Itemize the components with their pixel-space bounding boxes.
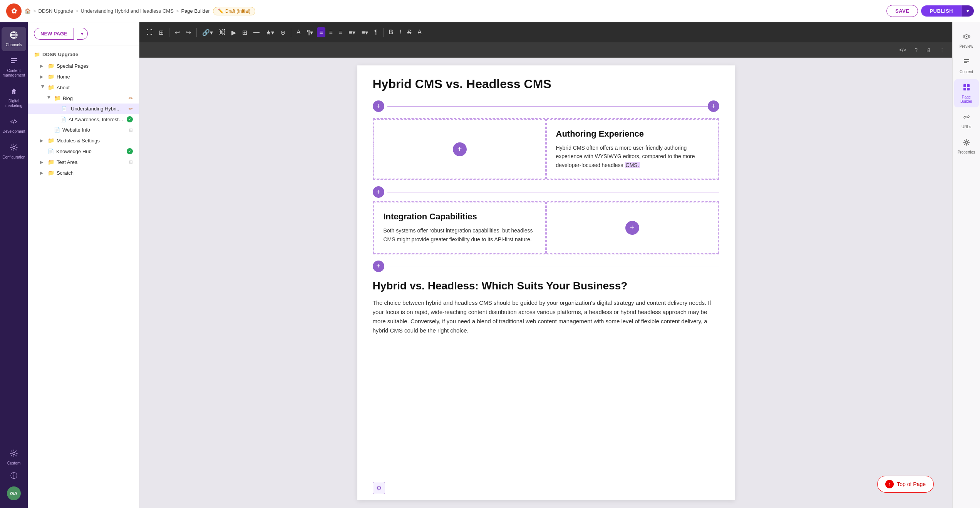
page-icon: 📄 — [54, 127, 60, 133]
plus-button[interactable]: ⊕ — [278, 27, 288, 38]
breadcrumb-builder[interactable]: Page Builder — [181, 8, 209, 14]
new-page-button[interactable]: NEW PAGE — [34, 28, 74, 40]
pencil-icon: ✏️ — [218, 8, 224, 14]
table-button[interactable]: ⊞ — [240, 27, 250, 38]
chevron-right-icon: ▶ — [40, 170, 45, 175]
nav-root-item: 📁 DDSN Upgrade — [28, 48, 139, 60]
nav-item-special-pages[interactable]: ▶ 📁 Special Pages — [28, 60, 139, 71]
nav-item-scratch[interactable]: ▶ 📁 Scratch — [28, 167, 139, 178]
channels-icon — [10, 31, 18, 41]
link-button[interactable]: 🔗▾ — [200, 27, 215, 38]
align-center-button[interactable]: ≡ — [327, 27, 335, 37]
add-row-button-right-1[interactable]: + — [708, 100, 719, 112]
ordered-list-button[interactable]: ≡▾ — [346, 27, 357, 38]
authoring-heading: Authoring Experience — [556, 129, 709, 139]
right-sidebar-properties[interactable]: Properties — [954, 134, 979, 158]
right-sidebar-preview[interactable]: Preview — [954, 28, 979, 52]
top-bar-left: ✿ 🏠 > DDSN Upgrade > Understanding Hybri… — [6, 3, 255, 19]
sidebar-item-channels[interactable]: Channels — [2, 27, 26, 51]
nav-item-website-info[interactable]: ▶ 📄 Website Info ⊞ — [28, 125, 139, 135]
toolbar-separator — [383, 28, 384, 37]
svg-rect-13 — [964, 62, 967, 63]
italic-button[interactable]: I — [397, 27, 403, 37]
fullscreen-button[interactable]: ⛶ — [144, 27, 155, 37]
new-page-bar: NEW PAGE ▾ — [28, 22, 139, 45]
align-left-button[interactable]: ≡ — [317, 27, 325, 37]
about-label: About — [57, 85, 133, 90]
publish-caret-button[interactable]: ▾ — [962, 5, 974, 17]
draft-badge[interactable]: ✏️ Draft (Initial) — [213, 7, 255, 15]
editor-canvas: Hybrid CMS vs. Headless CMS + + + Author… — [139, 58, 952, 508]
nav-item-test-area[interactable]: ▶ 📁 Test Area ⊞ — [28, 157, 139, 167]
nav-item-understanding-hybrid[interactable]: ▶ 📄 Understanding Hybri... ✏ — [28, 104, 139, 114]
nav-item-home[interactable]: ▶ 📁 Home — [28, 71, 139, 82]
development-label: Development — [3, 129, 25, 134]
undo-button[interactable]: ↩ — [173, 27, 182, 38]
draft-label: Draft (Initial) — [225, 8, 250, 14]
nav-item-modules-settings[interactable]: ▶ 📁 Modules & Settings — [28, 135, 139, 146]
bold-button[interactable]: B — [387, 27, 396, 37]
toolbar-separator — [169, 28, 169, 37]
paragraph-button[interactable]: ¶▾ — [305, 27, 316, 38]
sidebar-item-custom[interactable]: Custom — [2, 445, 26, 470]
breadcrumb-page[interactable]: Understanding Hybrid and Headless CMS — [81, 8, 174, 14]
right-sidebar-page-builder[interactable]: Page Builder — [954, 79, 979, 107]
save-button[interactable]: SAVE — [886, 5, 918, 17]
text-size-button[interactable]: A — [294, 27, 303, 37]
code-button[interactable]: </> — [896, 46, 910, 54]
root-folder-icon: 📁 — [34, 52, 40, 57]
page-icon: 📄 — [60, 117, 66, 122]
image-button[interactable]: 🖼 — [217, 27, 228, 37]
add-row-button-1[interactable]: + — [373, 100, 384, 112]
more-button[interactable]: ⋮ — [936, 46, 948, 54]
understanding-hybrid-label: Understanding Hybri... — [71, 106, 126, 112]
nav-tree: 📁 DDSN Upgrade ▶ 📁 Special Pages ▶ 📁 Hom… — [28, 45, 139, 508]
star-button[interactable]: ★▾ — [263, 27, 276, 38]
new-page-caret[interactable]: ▾ — [77, 28, 88, 40]
strikethrough-button[interactable]: S — [405, 27, 414, 37]
nav-item-about[interactable]: ▶ 📁 About — [28, 82, 139, 93]
divider-button[interactable]: — — [251, 27, 262, 37]
top-of-page-button[interactable]: ↑ Top of Page — [877, 476, 934, 493]
user-avatar[interactable]: GA — [7, 486, 21, 500]
settings-button[interactable]: ⚙ — [373, 482, 385, 494]
right-sidebar-urls[interactable]: URLs — [954, 109, 979, 133]
page-icon: 📄 — [48, 149, 54, 154]
print-button[interactable]: 🖨 — [923, 46, 934, 54]
add-block-button-right[interactable]: + — [625, 221, 639, 235]
status-green: ✓ — [127, 116, 133, 122]
unordered-list-button[interactable]: ≡▾ — [359, 27, 370, 38]
nav-item-knowledge-hub[interactable]: ▶ 📄 Knowledge Hub ✓ — [28, 146, 139, 157]
help-button[interactable]: ? — [912, 46, 921, 54]
video-button[interactable]: ▶ — [229, 27, 238, 38]
breadcrumb-ddsn[interactable]: DDSN Upgrade — [39, 8, 73, 14]
redo-button[interactable]: ↪ — [184, 27, 193, 38]
font-color-button[interactable]: A — [415, 27, 424, 37]
grid-button[interactable]: ⊞ — [156, 27, 166, 38]
add-row-button-3[interactable]: + — [373, 261, 384, 272]
add-block-button-left[interactable]: + — [453, 142, 467, 156]
nav-item-blog[interactable]: ▶ 📁 Blog ✏ — [28, 93, 139, 104]
svg-rect-5 — [11, 62, 15, 63]
sidebar-item-configuration[interactable]: Configuration — [2, 139, 26, 164]
status-multi: ⊞ — [129, 127, 133, 133]
authoring-text: Hybrid CMS often offers a more user-frie… — [556, 144, 709, 169]
sidebar-item-digital-marketing[interactable]: Digital marketing — [2, 83, 26, 112]
svg-point-8 — [13, 452, 15, 455]
right-sidebar-content[interactable]: Content — [954, 54, 979, 78]
info-icon[interactable]: ⓘ — [10, 471, 17, 480]
nav-item-ai-awareness[interactable]: ▶ 📄 AI Awareness, Interest an... ✓ — [28, 114, 139, 125]
home-icon[interactable]: 🏠 — [25, 8, 31, 14]
align-right-button[interactable]: ≡ — [337, 27, 345, 37]
app-logo[interactable]: ✿ — [6, 3, 22, 19]
content-label: Content — [960, 70, 973, 74]
sidebar-item-content-management[interactable]: Content management — [2, 53, 26, 82]
channels-label: Channels — [6, 43, 22, 47]
test-area-label: Test Area — [57, 159, 127, 165]
status-green: ✓ — [127, 148, 133, 154]
indent-button[interactable]: ¶ — [372, 27, 380, 37]
publish-button[interactable]: PUBLISH — [921, 5, 962, 17]
add-row-button-2[interactable]: + — [373, 186, 384, 198]
ai-awareness-label: AI Awareness, Interest an... — [69, 117, 124, 122]
sidebar-item-development[interactable]: Development — [2, 114, 26, 138]
